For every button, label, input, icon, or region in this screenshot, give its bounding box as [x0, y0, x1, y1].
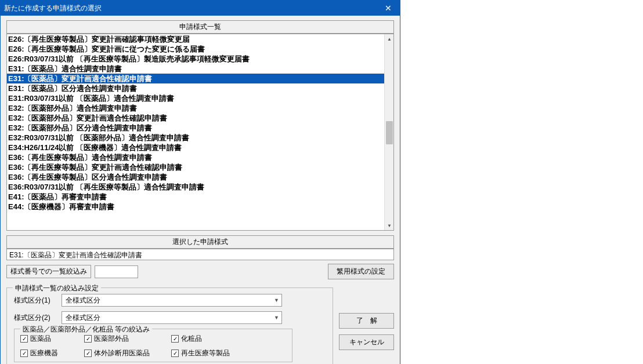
combo2[interactable]: 全様式区分 ▼ — [62, 311, 282, 324]
list-item[interactable]: E26:〔再生医療等製品〕変更計画確認事項軽微変更届 — [7, 34, 384, 44]
dialog-window: 新たに作成する申請様式の選択 ✕ 申請様式一覧 E26:〔再生医療等製品〕変更計… — [0, 0, 400, 364]
combo1-label: 様式区分(1) — [14, 296, 56, 305]
close-button[interactable]: ✕ — [377, 1, 400, 16]
check-bugaihin[interactable]: ✓医薬部外品 — [84, 334, 171, 344]
combo1[interactable]: 全様式区分 ▼ — [62, 294, 282, 307]
list-item[interactable]: E36:R03/07/31以前 〔再生医療等製品〕適合性調査申請書 — [7, 182, 384, 192]
chevron-down-icon: ▼ — [274, 297, 279, 303]
list-item[interactable]: E31:R03/07/31以前 〔医薬品〕適合性調査申請書 — [7, 93, 384, 103]
window-title: 新たに作成する申請様式の選択 — [4, 3, 102, 13]
content-area: 申請様式一覧 E26:〔再生医療等製品〕変更計画確認事項軽微変更届E26:〔再生… — [1, 16, 400, 364]
frequent-forms-button[interactable]: 繁用様式の設定 — [328, 264, 394, 279]
ok-button[interactable]: 了 解 — [339, 313, 394, 329]
checkbox-icon: ✓ — [171, 350, 179, 357]
list-item[interactable]: E36:〔再生医療等製品〕変更計画適合性確認申請書 — [7, 162, 384, 172]
narrow-legend: 申請様式一覧の絞込み設定 — [13, 283, 101, 293]
list-item[interactable]: E31:〔医薬品〕変更計画適合性確認申請書 — [7, 74, 384, 83]
chevron-down-icon: ▼ — [274, 315, 279, 321]
scroll-down-button[interactable]: ▼ — [385, 221, 394, 230]
combo-row-1: 様式区分(1) 全様式区分 ▼ — [14, 294, 326, 307]
filter-input[interactable] — [95, 265, 138, 278]
checkbox-icon: ✓ — [84, 335, 92, 343]
check-saisei[interactable]: ✓再生医療等製品 — [171, 348, 252, 358]
form-listbox-wrap: E26:〔再生医療等製品〕変更計画確認事項軽微変更届E26:〔再生医療等製品〕変… — [6, 34, 394, 231]
selected-header: 選択した申請様式 — [6, 235, 394, 249]
cancel-button[interactable]: キャンセル — [339, 334, 394, 350]
list-item[interactable]: E34:H26/11/24以前 〔医療機器〕適合性調査申請書 — [7, 143, 384, 152]
filter-row: 様式番号での一覧絞込み 繁用様式の設定 — [6, 264, 394, 279]
list-item[interactable]: E36:〔再生医療等製品〕適合性調査申請書 — [7, 152, 384, 162]
scrollbar[interactable]: ▲ ▼ — [384, 34, 393, 230]
checkbox-icon: ✓ — [20, 350, 28, 357]
scroll-thumb[interactable] — [386, 121, 393, 144]
list-item[interactable]: E36:〔再生医療等製品〕区分適合性調査申請書 — [7, 172, 384, 182]
category-fieldset: 医薬品／医薬部外品／化粧品 等の絞込み ✓医薬品 ✓医薬部外品 ✓化粧品 ✓医療… — [14, 329, 292, 362]
combo2-label: 様式区分(2) — [14, 313, 56, 323]
check-taigai[interactable]: ✓体外診断用医薬品 — [84, 348, 171, 358]
list-item[interactable]: E31:〔医薬品〕区分適合性調査申請書 — [7, 83, 384, 93]
list-item[interactable]: E26:R03/07/31以前 〔再生医療等製品〕製造販売承認事項軽微変更届書 — [7, 54, 384, 64]
checks-grid: ✓医薬品 ✓医薬部外品 ✓化粧品 ✓医療機器 ✓体外診断用医薬品 ✓再生医療等製… — [20, 334, 286, 358]
list-item[interactable]: E41:〔医薬品〕再審査申請書 — [7, 192, 384, 202]
list-item[interactable]: E26:〔再生医療等製品〕変更計画に従つた変更に係る届書 — [7, 44, 384, 54]
list-item[interactable]: E32:R03/07/31以前 〔医薬部外品〕適合性調査申請書 — [7, 133, 384, 143]
check-keshouhin[interactable]: ✓化粧品 — [171, 334, 252, 344]
action-buttons: 了 解 キャンセル — [339, 313, 394, 350]
bottom-row: 申請様式一覧の絞込み設定 様式区分(1) 全様式区分 ▼ 様式区分(2) 全様式… — [6, 279, 394, 364]
combo1-value: 全様式区分 — [66, 296, 100, 305]
list-item[interactable]: E44:〔医療機器〕再審査申請書 — [7, 202, 384, 212]
list-item[interactable]: E32:〔医薬部外品〕適合性調査申請書 — [7, 103, 384, 113]
combo2-value: 全様式区分 — [66, 313, 100, 323]
selected-form-value: E31:〔医薬品〕変更計画適合性確認申請書 — [6, 249, 394, 260]
filter-label: 様式番号での一覧絞込み — [6, 265, 91, 278]
list-item[interactable]: E31:〔医薬品〕適合性調査申請書 — [7, 64, 384, 74]
checkbox-icon: ✓ — [171, 335, 179, 343]
list-item[interactable]: E32:〔医薬部外品〕区分適合性調査申請書 — [7, 123, 384, 133]
combo-row-2: 様式区分(2) 全様式区分 ▼ — [14, 311, 326, 324]
checkbox-icon: ✓ — [20, 335, 28, 343]
narrow-fieldset: 申請様式一覧の絞込み設定 様式区分(1) 全様式区分 ▼ 様式区分(2) 全様式… — [6, 287, 333, 364]
scroll-up-button[interactable]: ▲ — [385, 34, 394, 43]
list-header: 申請様式一覧 — [6, 20, 394, 34]
form-listbox[interactable]: E26:〔再生医療等製品〕変更計画確認事項軽微変更届E26:〔再生医療等製品〕変… — [7, 34, 384, 230]
list-item[interactable]: E32:〔医薬部外品〕変更計画適合性確認申請書 — [7, 113, 384, 123]
checkbox-icon: ✓ — [84, 350, 92, 357]
check-iryoukiki[interactable]: ✓医療機器 — [20, 348, 84, 358]
check-iyakuhin[interactable]: ✓医薬品 — [20, 334, 84, 344]
titlebar: 新たに作成する申請様式の選択 ✕ — [1, 1, 400, 16]
close-icon: ✕ — [385, 3, 392, 13]
selected-section: 選択した申請様式 E31:〔医薬品〕変更計画適合性確認申請書 — [6, 235, 394, 260]
category-legend: 医薬品／医薬部外品／化粧品 等の絞込み — [20, 325, 152, 334]
